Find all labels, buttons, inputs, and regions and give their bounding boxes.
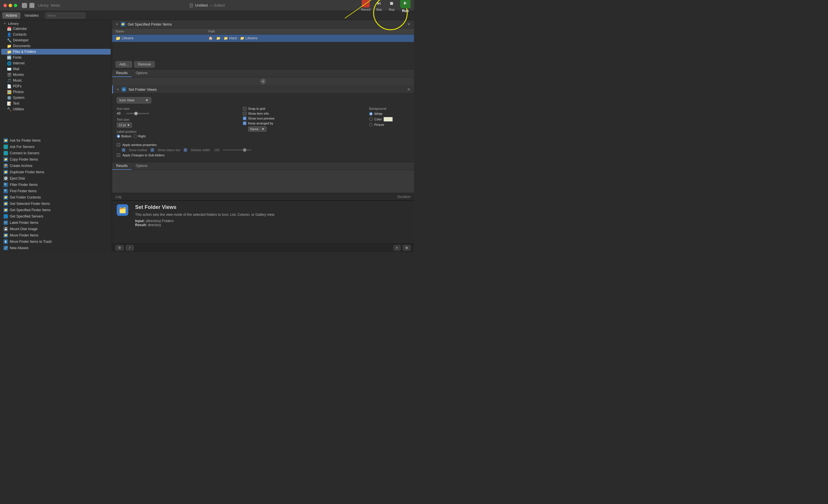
card2-tab-options[interactable]: Options	[132, 163, 152, 170]
action-copy-finder-items[interactable]: 📁 Copy Finder Items	[0, 156, 112, 163]
sidebar-item-files-folders[interactable]: 📁 Files & Folders	[1, 49, 111, 55]
tab-variables[interactable]: Variables	[21, 12, 42, 19]
sidebar-item-movies[interactable]: 🎬 Movies	[1, 72, 111, 78]
snap-to-grid-checkbox[interactable]	[243, 107, 246, 110]
text-size-select[interactable]: 12 pt ▼	[117, 123, 132, 128]
sidebar-item-system[interactable]: ⚙️ System	[1, 95, 111, 101]
search-input[interactable]	[45, 13, 85, 18]
bg-white-radio[interactable]	[369, 112, 373, 116]
action-find-finder-items[interactable]: 🔍 Find Finder Items	[0, 188, 112, 194]
sidebar-item-pdfs[interactable]: 📄 PDFs	[1, 83, 111, 89]
apply-subfolders-checkbox[interactable]	[117, 153, 120, 157]
apply-window-checkbox[interactable]	[117, 143, 120, 146]
close-button[interactable]	[3, 4, 7, 7]
mail-icon: ✉️	[7, 67, 11, 71]
action-ask-for-servers[interactable]: 🌐 Ask For Servers	[0, 144, 112, 150]
action-create-archive[interactable]: 📦 Create Archive	[0, 163, 112, 169]
icon-size-slider[interactable]	[126, 113, 149, 114]
action-duplicate-finder-items[interactable]: 📁 Duplicate Finder Items	[0, 169, 112, 175]
show-toolbar-checkbox[interactable]	[122, 148, 125, 152]
action-get-selected-finder-items[interactable]: 📁 Get Selected Finder Items	[0, 200, 112, 207]
add-button[interactable]: Add...	[116, 61, 132, 67]
input-value: (directory) Folders	[146, 219, 174, 223]
sidebar-item-documents[interactable]: 📁 Documents	[1, 43, 111, 49]
sidebar-item-mail[interactable]: ✉️ Mail	[1, 66, 111, 72]
step-button[interactable]: Step	[375, 0, 383, 11]
check-button[interactable]: ✓	[126, 245, 134, 250]
keep-arranged-by-checkbox[interactable]	[243, 122, 246, 125]
action-get-folder-contents[interactable]: 📁 Get Folder Contents	[0, 194, 112, 200]
card1-close[interactable]: ✕	[407, 22, 411, 27]
action-eject-disk[interactable]: 💿 Eject Disk	[0, 175, 112, 182]
action-cards-scroll[interactable]: ▼ 📁 Get Specified Finder Items ✕ Name Pa…	[112, 20, 414, 193]
sidebar-width-slider[interactable]	[223, 149, 252, 150]
bg-picture-radio[interactable]	[369, 123, 373, 127]
position-bottom-radio[interactable]	[117, 134, 120, 138]
minimize-button[interactable]	[9, 4, 12, 7]
sidebar-item-contacts[interactable]: 👤 Contacts	[1, 32, 111, 37]
card2-header: ▼ 🗂 Set Folder Views ✕	[112, 85, 414, 94]
action-move-finder-items-trash[interactable]: 🗑 Move Finder Items to Trash	[0, 238, 112, 245]
view-select[interactable]: Icon View ▼	[117, 97, 151, 103]
stop-icon	[389, 1, 394, 6]
bg-white-option[interactable]: White	[369, 112, 409, 116]
bottom-statusbar: ⚙ ✓ ≡ ⊞	[112, 243, 414, 252]
sidebar-item-text[interactable]: 📝 Text	[1, 101, 111, 106]
bg-color-radio[interactable]	[369, 118, 373, 121]
position-bottom[interactable]: Bottom	[117, 134, 131, 138]
calendar-icon: 📅	[7, 27, 11, 31]
sidebar-item-developer[interactable]: 🔧 Developer	[1, 37, 111, 43]
card2-toggle[interactable]: ▼	[116, 88, 119, 91]
action-ask-finder-items[interactable]: 📁 Ask for Finder Items	[0, 137, 112, 144]
action-get-specified-servers[interactable]: 🌐 Get Specified Servers	[0, 213, 112, 220]
maximize-button[interactable]	[14, 4, 17, 7]
color-swatch[interactable]	[383, 117, 393, 122]
action-new-disk-image[interactable]: 💿 New Disk Image	[0, 251, 112, 252]
sidebar-item-fonts[interactable]: 🔤 Fonts	[1, 55, 111, 60]
position-right[interactable]: Right	[134, 134, 146, 138]
col-name: Name	[112, 29, 205, 35]
bg-color-option[interactable]: Color	[369, 117, 409, 122]
run-button[interactable]: Run	[400, 0, 411, 13]
card2-tab-results[interactable]: Results	[112, 163, 132, 170]
arrange-by-select[interactable]: Name ▼	[248, 127, 266, 132]
position-right-radio[interactable]	[134, 134, 137, 138]
chevron-down-icon: ▼	[3, 22, 6, 25]
sidebar-item-utilities[interactable]: 🔨 Utilities	[1, 106, 111, 112]
action-new-aliases[interactable]: 🔗 New Aliases	[0, 245, 112, 251]
stop-button[interactable]: Stop	[387, 0, 396, 11]
grid-view-button[interactable]: ⊞	[403, 245, 411, 250]
bottom-meta-input: Input: (directory) Folders	[135, 219, 275, 223]
gear-button[interactable]: ⚙	[116, 245, 124, 250]
developer-icon: 🔧	[7, 38, 11, 43]
sidebar-item-calendar[interactable]: 📅 Calendar	[1, 26, 111, 32]
show-item-info-checkbox[interactable]	[243, 112, 246, 115]
action-mount-disk-image[interactable]: 💾 Mount Disk Image	[0, 226, 112, 232]
sidebar-width-thumb[interactable]	[243, 148, 246, 152]
table-row[interactable]: 📁 Lifewire 🏠 › 📁 ›	[112, 35, 414, 42]
card2-close[interactable]: ✕	[407, 87, 411, 92]
action-connect-to-servers[interactable]: 🌐 Connect to Servers	[0, 150, 112, 156]
action-label-finder-items[interactable]: 🏷 Label Finder Items	[0, 220, 112, 226]
label-position-label: Label position:	[117, 130, 232, 133]
card1-toggle[interactable]: ▼	[116, 23, 118, 26]
bg-picture-option[interactable]: Picture	[369, 123, 409, 127]
sidebar-item-music[interactable]: 🎵 Music	[1, 78, 111, 83]
icon-size-thumb[interactable]	[134, 112, 138, 115]
dropdown-arrow-icon: ▼	[145, 98, 149, 102]
show-icon-preview-checkbox[interactable]	[243, 117, 246, 120]
action-filter-finder-items[interactable]: 🔍 Filter Finder Items	[0, 182, 112, 188]
show-status-bar-checkbox[interactable]	[151, 148, 154, 152]
list-view-button[interactable]: ≡	[394, 245, 401, 250]
card1-tab-options[interactable]: Options	[132, 70, 152, 77]
action-get-specified-finder-items[interactable]: 📁 Get Specified Finder Items	[0, 207, 112, 213]
action-move-finder-items[interactable]: 📁 Move Finder Items	[0, 232, 112, 238]
card2-body: Icon View ▼ Icon size: 48	[112, 94, 414, 162]
tab-actions[interactable]: Actions	[2, 12, 20, 19]
sidebar-width-checkbox[interactable]	[184, 148, 187, 152]
card1-tab-results[interactable]: Results	[112, 70, 132, 77]
sidebar-item-internet[interactable]: 🌐 Internet	[1, 60, 111, 66]
sidebar-item-photos[interactable]: 🖼️ Photos	[1, 89, 111, 95]
record-button[interactable]: Record	[361, 0, 370, 11]
remove-button[interactable]: Remove	[134, 61, 155, 67]
